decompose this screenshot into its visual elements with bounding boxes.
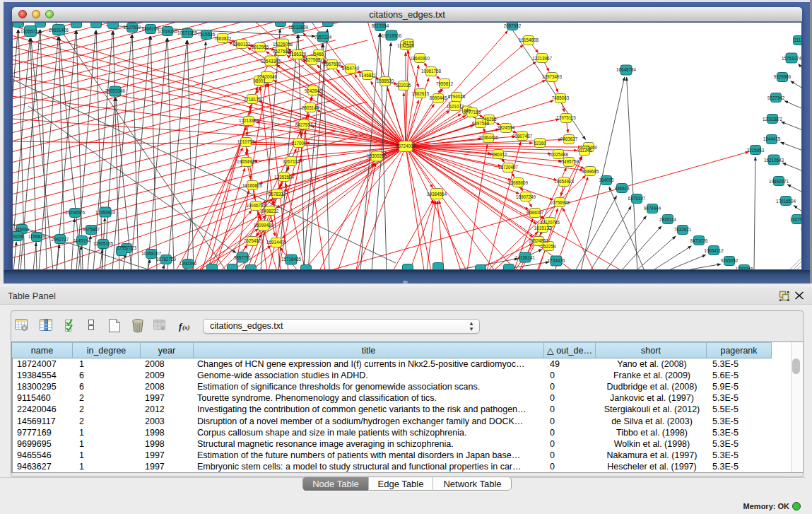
svg-text:164095: 164095 [599, 177, 614, 182]
svg-text:9245052: 9245052 [721, 258, 739, 263]
svg-text:10719155: 10719155 [158, 29, 178, 34]
svg-text:15716485: 15716485 [281, 257, 302, 262]
svg-text:10046736: 10046736 [246, 203, 266, 208]
svg-text:2803144: 2803144 [302, 105, 319, 110]
svg-text:12353594: 12353594 [274, 175, 295, 180]
svg-text:1112: 1112 [794, 37, 802, 42]
svg-text:9474444: 9474444 [644, 206, 661, 211]
svg-text:17016504: 17016504 [776, 199, 796, 204]
svg-text:2942737: 2942737 [52, 237, 69, 242]
svg-text:15720407: 15720407 [498, 165, 519, 170]
svg-text:19218506: 19218506 [382, 33, 402, 38]
svg-text:938923: 938923 [614, 186, 630, 191]
svg-text:822035: 822035 [396, 83, 411, 88]
svg-text:9242848: 9242848 [305, 88, 322, 93]
svg-text:7515526: 7515526 [198, 32, 216, 37]
svg-text:10973493: 10973493 [542, 74, 563, 79]
svg-text:10671355: 10671355 [177, 30, 198, 35]
svg-text:1615132: 1615132 [534, 226, 552, 230]
svg-text:10120746: 10120746 [540, 220, 560, 225]
svg-text:12213369: 12213369 [239, 118, 259, 123]
svg-text:116753: 116753 [790, 217, 802, 222]
svg-text:98901: 98901 [253, 78, 266, 83]
svg-text:835061: 835061 [14, 227, 30, 232]
svg-text:20206576: 20206576 [65, 210, 86, 215]
svg-text:7625402: 7625402 [244, 238, 261, 243]
svg-text:14055724: 14055724 [20, 29, 41, 34]
svg-text:6497568: 6497568 [472, 121, 490, 126]
svg-text:1362615: 1362615 [412, 91, 430, 96]
svg-text:14136141: 14136141 [515, 255, 536, 260]
svg-text:3267110: 3267110 [283, 159, 300, 164]
svg-text:2718176: 2718176 [244, 97, 261, 102]
svg-text:10807487: 10807487 [512, 134, 533, 139]
svg-text:5466: 5466 [314, 52, 324, 57]
svg-text:1621072: 1621072 [447, 104, 464, 109]
svg-text:3498222: 3498222 [261, 209, 279, 214]
svg-text:10961758: 10961758 [421, 69, 442, 74]
svg-text:7663822: 7663822 [214, 36, 232, 41]
svg-text:16914479: 16914479 [266, 240, 287, 245]
svg-text:8454749: 8454749 [342, 66, 360, 71]
svg-text:19384554: 19384554 [427, 192, 447, 197]
svg-text:8960123: 8960123 [233, 42, 251, 47]
svg-text:19654923: 19654923 [554, 179, 575, 184]
svg-text:16648784: 16648784 [616, 67, 637, 72]
svg-text:911346: 911346 [577, 148, 592, 153]
svg-text:9975867: 9975867 [83, 227, 100, 232]
svg-text:1588520: 1588520 [377, 78, 394, 83]
svg-text:8912955: 8912955 [252, 45, 269, 49]
svg-text:2967608: 2967608 [324, 62, 341, 66]
svg-text:20053346: 20053346 [105, 88, 126, 93]
svg-text:16210643: 16210643 [764, 158, 784, 163]
svg-text:8813054: 8813054 [372, 23, 389, 28]
svg-text:10654112: 10654112 [704, 248, 724, 253]
svg-text:9463627: 9463627 [560, 136, 578, 141]
svg-text:20364436: 20364436 [478, 135, 499, 140]
svg-text:3215953: 3215953 [747, 148, 765, 153]
svg-text:1244415: 1244415 [763, 136, 781, 141]
svg-text:18524851: 18524851 [529, 238, 549, 243]
svg-text:9227342: 9227342 [767, 95, 785, 100]
svg-text:217004: 217004 [291, 141, 307, 146]
svg-text:15226058: 15226058 [273, 42, 293, 47]
svg-text:8678332: 8678332 [269, 192, 286, 197]
svg-text:17359924: 17359924 [95, 210, 116, 215]
svg-text:15751074: 15751074 [782, 56, 802, 61]
svg-text:62160: 62160 [534, 141, 546, 146]
svg-text:18907249: 18907249 [516, 194, 536, 199]
svg-text:9527506: 9527506 [273, 49, 290, 54]
svg-text:1527602: 1527602 [124, 25, 141, 30]
svg-text:17957223: 17957223 [117, 245, 137, 250]
svg-text:6379197: 6379197 [628, 196, 646, 201]
svg-text:10025488: 10025488 [548, 152, 569, 157]
svg-text:9699695: 9699695 [582, 169, 599, 174]
svg-text:12093872: 12093872 [763, 117, 783, 122]
svg-text:7955812: 7955812 [436, 81, 454, 86]
svg-text:9684067: 9684067 [526, 210, 544, 215]
svg-text:15300295: 15300295 [367, 153, 387, 158]
svg-text:1733426: 1733426 [548, 258, 565, 263]
svg-text:8990448: 8990448 [430, 95, 447, 100]
svg-text:10688609: 10688609 [508, 180, 529, 185]
svg-text:19654925: 19654925 [237, 159, 257, 164]
svg-text:8427552: 8427552 [295, 122, 313, 127]
svg-text:16099489: 16099489 [254, 223, 274, 228]
svg-text:6794028: 6794028 [448, 94, 466, 99]
svg-text:8471676: 8471676 [690, 238, 708, 243]
svg-text:(x): (x) [182, 324, 190, 331]
svg-text:9329966: 9329966 [774, 74, 792, 79]
svg-text:10756928: 10756928 [550, 200, 570, 205]
svg-text:10543342: 10543342 [261, 59, 281, 64]
svg-text:1145194: 1145194 [73, 238, 91, 243]
svg-text:1010755: 1010755 [237, 139, 255, 144]
svg-text:16154808: 16154808 [519, 37, 539, 42]
svg-text:4193: 4193 [404, 40, 414, 45]
svg-text:12975115: 12975115 [556, 115, 576, 120]
svg-text:15495759: 15495759 [559, 159, 579, 164]
svg-text:7986372: 7986372 [490, 152, 507, 157]
svg-text:3824554: 3824554 [498, 125, 515, 130]
svg-text:7357224: 7357224 [314, 35, 332, 40]
svg-text:19692971: 19692971 [769, 179, 789, 184]
svg-text:1156829: 1156829 [28, 234, 46, 239]
